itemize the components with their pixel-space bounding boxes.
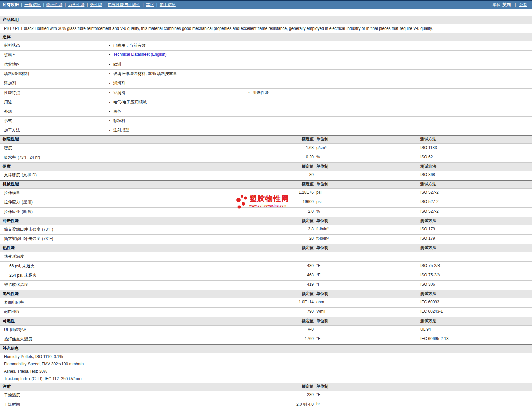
property-label: 维卡软化温度: [4, 282, 251, 288]
column-header-value: 额定值: [251, 164, 314, 169]
property-unit: °F: [314, 336, 420, 342]
general-row-label: 性能特点: [4, 90, 109, 96]
unit-metric-link[interactable]: 公制: [519, 2, 527, 7]
column-header-value: 额定值: [251, 384, 314, 389]
general-row-label: 用途: [4, 99, 109, 105]
property-row: 密度1.68g/cm³ISO 1183: [0, 144, 532, 153]
nav-separator: |: [65, 2, 66, 7]
column-header-method: 测试方法: [420, 291, 532, 297]
nav-tab-7[interactable]: 其它: [146, 2, 154, 7]
property-unit: psi: [314, 199, 420, 205]
general-row-label: 材料状态: [4, 43, 109, 48]
nav-tab-list: 所有数据|一般信息|物理性能|力学性能|热性能|电气性能与可燃性|其它|加工信息: [3, 2, 176, 8]
general-row: 加工方法•注射成型: [0, 126, 532, 135]
general-row-label: 外观: [4, 109, 109, 114]
property-value: 419: [251, 282, 314, 288]
property-sections: 物理性能额定值单位制测试方法密度1.68g/cm³ISO 1183吸水率(73°…: [0, 135, 532, 344]
section-title: 物理性能: [3, 136, 251, 142]
unit-imperial[interactable]: 英制: [502, 2, 511, 7]
property-unit: [314, 254, 420, 259]
injection-row: 干燥温度230°F: [0, 391, 532, 400]
general-row-label: 资料1: [4, 52, 109, 58]
property-unit: ft·lb/in²: [314, 227, 420, 232]
column-header-unit: 单位制: [314, 245, 420, 251]
property-condition: (断裂): [22, 209, 33, 214]
property-value: V-0: [251, 327, 314, 333]
units-label: 单位: [493, 2, 501, 7]
property-value: 20: [251, 236, 314, 242]
property-row: 耐电强度790V/milIEC 60243-1: [0, 308, 532, 317]
property-label: 干燥温度: [4, 392, 251, 398]
nav-tab-5[interactable]: 热性能: [90, 2, 102, 7]
nav-tab-3[interactable]: 物理性能: [46, 2, 62, 7]
nav-tab-8[interactable]: 加工信息: [160, 2, 176, 7]
product-description-header: 产品说明: [0, 16, 532, 24]
property-unit: °F: [314, 273, 420, 278]
general-bullet-1: •注射成型: [109, 127, 248, 133]
product-description-text: PBT / PET black lubrified with 30% glass…: [0, 24, 532, 33]
nav-separator: |: [43, 2, 44, 7]
property-row: 拉伸模量1.28E+6psiISO 527-2: [0, 189, 532, 198]
general-bullet-1: •经润滑: [109, 90, 248, 96]
property-value: 1.28E+6: [251, 190, 314, 196]
property-unit: g/cm³: [314, 145, 420, 151]
bullet-text: 颗粒料: [113, 118, 125, 123]
column-header-unit: 单位制: [314, 181, 420, 187]
general-bullet-1: •电气/电子应用领域: [109, 99, 248, 105]
bullet-icon: •: [109, 43, 110, 47]
injection-section: 注射额定值单位制干燥温度230°F干燥时间2.0 到 4.0hr加工（熔体）温度…: [0, 383, 532, 408]
test-method: ISO 306: [420, 282, 532, 288]
general-bullet-1: •Technical Datasheet (English): [109, 52, 248, 58]
section-header-row: 物理性能额定值单位制测试方法: [0, 135, 532, 144]
test-method: UL 94: [420, 327, 532, 333]
spacer: [0, 9, 532, 16]
top-navigation: 所有数据|一般信息|物理性能|力学性能|热性能|电气性能与可燃性|其它|加工信息…: [0, 0, 532, 9]
property-label: 264 psi, 未退火: [4, 273, 251, 278]
section-header-row: 机械性能额定值单位制测试方法: [0, 180, 532, 189]
property-value: 230: [251, 392, 314, 398]
bullet-icon: •: [248, 91, 250, 95]
column-header-unit: 单位制: [314, 136, 420, 142]
general-bullet-1: •玻璃纤维增强材料, 30% 填料按重量: [109, 71, 248, 77]
general-row: 用途•电气/电子应用领域: [0, 98, 532, 107]
bullet-text: 玻璃纤维增强材料, 30% 填料按重量: [113, 71, 177, 76]
column-header-value: 额定值: [251, 181, 314, 187]
nav-tab-4[interactable]: 力学性能: [68, 2, 84, 7]
property-label: 吸水率(73°F, 24 hr): [4, 155, 251, 160]
section-header-row: 硬度额定值单位制测试方法: [0, 163, 532, 171]
technical-datasheet-link[interactable]: Technical Datasheet (English): [113, 52, 167, 57]
nav-tab-2[interactable]: 一般信息: [24, 2, 41, 7]
test-method: ISO 75-2/B: [420, 263, 532, 269]
general-row: 形式•颗粒料: [0, 117, 532, 126]
bullet-icon: •: [109, 109, 110, 113]
unit-separator: |: [515, 2, 516, 7]
property-value: 2.0 到 4.0: [251, 402, 314, 407]
general-section-header: 总体: [0, 33, 532, 41]
property-label: 拉伸应力(屈服): [4, 199, 251, 205]
bullet-text: 黑色: [113, 109, 121, 114]
property-row: 热灯丝点火温度1760°FIEC 60695-2-13: [0, 335, 532, 344]
property-row: 热变形温度: [0, 252, 532, 262]
property-value: 790: [251, 309, 314, 315]
general-bullet-1: •颗粒料: [109, 118, 248, 124]
column-header-method: 测试方法: [420, 318, 532, 324]
test-method: [420, 392, 532, 398]
test-method: IEC 60093: [420, 300, 532, 305]
section-title: 电气性能: [3, 291, 251, 297]
column-header-value: 额定值: [251, 136, 314, 142]
property-value: 3.8: [251, 227, 314, 232]
test-method: ISO 62: [420, 155, 532, 160]
nav-tab-6[interactable]: 电气性能与可燃性: [108, 2, 140, 7]
nav-tab-1[interactable]: 所有数据: [3, 2, 19, 7]
section-header-row: 冲击性能额定值单位制测试方法: [0, 217, 532, 225]
general-rows: 材料状态•已商用：当前有效资料1•Technical Datasheet (En…: [0, 41, 532, 135]
property-unit: %: [314, 155, 420, 160]
bullet-icon: •: [109, 91, 110, 95]
bullet-icon: •: [109, 62, 110, 66]
property-row: UL 阻燃等级V-0UL 94: [0, 326, 532, 335]
section-title: 机械性能: [3, 181, 251, 187]
property-row: 拉伸应力(屈服)19600psiISO 527-2: [0, 198, 532, 208]
datasheet-page: 所有数据|一般信息|物理性能|力学性能|热性能|电气性能与可燃性|其它|加工信息…: [0, 0, 532, 408]
property-row: 表面电阻率1.0E+14ohmIEC 60093: [0, 298, 532, 308]
property-label: 耐电强度: [4, 309, 251, 315]
